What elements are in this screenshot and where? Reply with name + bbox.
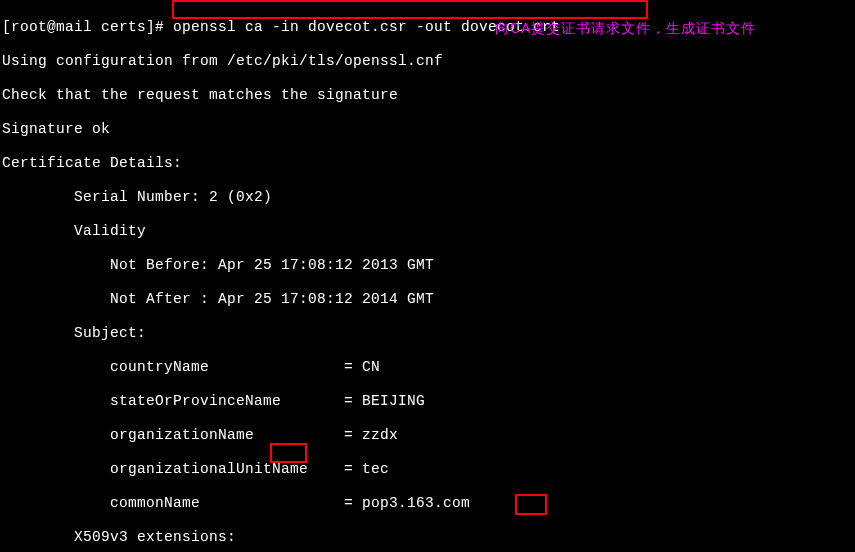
output-line: commonName = pop3.163.com bbox=[2, 495, 855, 512]
output-line: organizationName = zzdx bbox=[2, 427, 855, 444]
output-line: countryName = CN bbox=[2, 359, 855, 376]
output-line: stateOrProvinceName = BEIJING bbox=[2, 393, 855, 410]
output-line: Not After : Apr 25 17:08:12 2014 GMT bbox=[2, 291, 855, 308]
output-line: Check that the request matches the signa… bbox=[2, 87, 855, 104]
output-line: X509v3 extensions: bbox=[2, 529, 855, 546]
annotation-text: 向CA提交证书请求文件，生成证书文件 bbox=[495, 20, 756, 38]
terminal-output[interactable]: [root@mail certs]# openssl ca -in doveco… bbox=[0, 0, 855, 552]
output-line: organizationalUnitName = tec bbox=[2, 461, 855, 478]
shell-prompt: [root@mail certs]# bbox=[2, 19, 173, 35]
output-line: Not Before: Apr 25 17:08:12 2013 GMT bbox=[2, 257, 855, 274]
output-line: Using configuration from /etc/pki/tls/op… bbox=[2, 53, 855, 70]
output-line: Serial Number: 2 (0x2) bbox=[2, 189, 855, 206]
output-line: Signature ok bbox=[2, 121, 855, 138]
output-line: Certificate Details: bbox=[2, 155, 855, 172]
output-line: Subject: bbox=[2, 325, 855, 342]
output-line: Validity bbox=[2, 223, 855, 240]
